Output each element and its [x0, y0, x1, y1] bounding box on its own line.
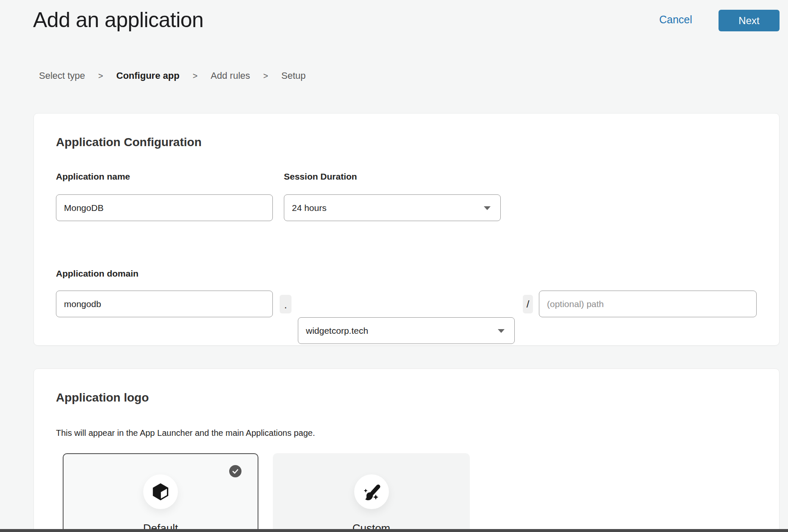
breadcrumb-step-select-type[interactable]: Select type [39, 70, 85, 81]
bottom-edge-bar [0, 529, 788, 532]
domain-dot-separator: . [280, 295, 291, 313]
check-icon [232, 469, 239, 474]
chevron-down-icon [483, 206, 491, 211]
page-title: Add an application [33, 8, 203, 32]
breadcrumb: Select type > Configure app > Add rules … [39, 70, 305, 81]
session-duration-label: Session Duration [284, 172, 357, 182]
session-duration-value: 24 hours [292, 203, 327, 213]
application-configuration-card: Application Configuration Application na… [33, 113, 780, 346]
chevron-down-icon [497, 329, 505, 333]
logo-option-custom[interactable]: Custom [273, 453, 470, 532]
subdomain-input[interactable] [56, 291, 273, 317]
next-button[interactable]: Next [719, 10, 780, 31]
path-input[interactable] [539, 291, 757, 317]
application-configuration-heading: Application Configuration [56, 136, 202, 149]
application-logo-heading: Application logo [56, 391, 149, 405]
custom-logo-circle [354, 474, 389, 509]
domain-slash-separator: / [523, 295, 533, 313]
breadcrumb-step-configure-app[interactable]: Configure app [117, 70, 180, 81]
application-name-label: Application name [56, 172, 130, 182]
session-duration-select[interactable]: 24 hours [284, 194, 501, 221]
sparkle-icon [373, 495, 378, 500]
cancel-button[interactable]: Cancel [659, 14, 692, 26]
domain-select-value: widgetcorp.tech [306, 326, 368, 336]
application-domain-label: Application domain [56, 269, 139, 279]
breadcrumb-separator: > [263, 71, 268, 81]
breadcrumb-step-setup[interactable]: Setup [281, 70, 306, 81]
selected-check-badge [229, 465, 241, 477]
application-name-input[interactable] [56, 194, 273, 221]
sparkle-icon [363, 489, 367, 493]
application-logo-description: This will appear in the App Launcher and… [56, 428, 315, 438]
domain-select[interactable]: widgetcorp.tech [298, 317, 515, 344]
default-logo-circle [143, 474, 178, 509]
logo-option-default[interactable]: Default [63, 453, 258, 532]
breadcrumb-separator: > [193, 71, 198, 81]
application-logo-card: Application logo This will appear in the… [33, 369, 780, 532]
next-button-label: Next [738, 15, 759, 27]
paintbrush-icon [362, 482, 381, 502]
breadcrumb-step-add-rules[interactable]: Add rules [211, 70, 250, 81]
breadcrumb-separator: > [98, 71, 103, 81]
cube-icon [151, 482, 170, 502]
